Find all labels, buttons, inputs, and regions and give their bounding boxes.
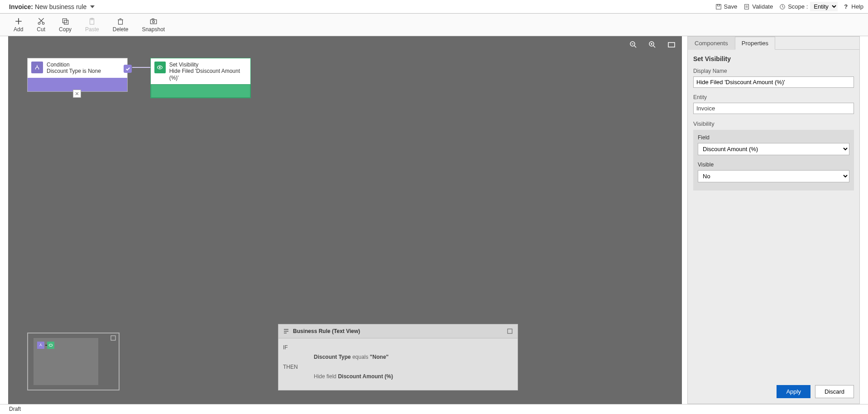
entity-input (693, 103, 854, 114)
cut-button[interactable]: Cut (37, 17, 45, 33)
svg-rect-19 (111, 336, 115, 340)
designer-canvas[interactable]: Condition Discount Type is None (8, 36, 682, 404)
svg-rect-11 (150, 19, 157, 24)
minimap-expand-icon[interactable] (110, 335, 116, 342)
set-visibility-node[interactable]: Set Visibility Hide Filed 'Dsiscount Amo… (150, 58, 251, 98)
status-text: Draft (9, 406, 21, 412)
display-name-input[interactable] (693, 76, 854, 88)
fit-screen-icon[interactable] (667, 41, 676, 49)
svg-rect-0 (716, 4, 721, 9)
visible-select[interactable]: No (698, 170, 849, 182)
eye-icon (154, 62, 166, 73)
visibility-group-label: Visibility (693, 120, 854, 127)
copy-icon (61, 17, 69, 25)
entity-label: Entity (693, 94, 854, 100)
true-connector-icon[interactable] (124, 65, 132, 73)
chevron-down-icon[interactable] (90, 5, 95, 8)
svg-rect-21 (508, 329, 512, 333)
text-view-panel: Business Rule (Text View) IF Discount Ty… (278, 324, 518, 390)
svg-point-5 (42, 22, 44, 24)
field-select[interactable]: Discount Amount (%) (698, 143, 849, 155)
display-name-label: Display Name (693, 68, 854, 74)
save-button[interactable]: Save (715, 3, 738, 10)
panel-title: Set Visibility (693, 55, 854, 62)
text-view-icon (283, 328, 289, 334)
scissors-icon (37, 17, 45, 25)
save-icon (715, 4, 722, 10)
tab-properties[interactable]: Properties (735, 37, 775, 50)
false-connector-icon[interactable] (73, 90, 81, 98)
svg-rect-10 (119, 19, 123, 24)
header-actions: Save Validate Scope : Entity Help (715, 2, 863, 11)
svg-rect-1 (717, 4, 719, 6)
status-bar: Draft (0, 404, 868, 414)
svg-point-4 (38, 22, 40, 24)
apply-button[interactable]: Apply (777, 385, 810, 398)
zoom-out-icon[interactable] (629, 41, 638, 49)
svg-point-18 (159, 67, 161, 68)
svg-rect-13 (152, 19, 154, 19)
svg-rect-6 (62, 19, 67, 23)
branch-icon (31, 62, 43, 73)
help-button[interactable]: Help (844, 3, 863, 10)
paste-icon (88, 17, 96, 25)
svg-rect-2 (745, 4, 749, 9)
validate-icon (743, 4, 750, 10)
minimap-condition-icon (37, 342, 44, 349)
field-label: Field (698, 134, 849, 141)
scope-icon (779, 4, 786, 10)
zoom-in-icon[interactable] (648, 41, 657, 49)
visibility-group: Field Discount Amount (%) Visible No (693, 130, 854, 190)
minimap-action-icon (47, 342, 54, 349)
add-button[interactable]: Add (14, 17, 23, 33)
minimap[interactable] (27, 333, 120, 390)
plus-icon (14, 17, 23, 25)
properties-panel: Components Properties Set Visibility Dis… (687, 36, 860, 404)
visible-label: Visible (698, 162, 849, 168)
snapshot-button[interactable]: Snapshot (142, 17, 165, 33)
delete-button[interactable]: Delete (113, 17, 129, 33)
svg-rect-7 (64, 20, 68, 24)
page-header: Invoice: New business rule Save Validate… (0, 0, 868, 14)
zoom-controls (629, 41, 676, 49)
tab-components[interactable]: Components (688, 37, 735, 50)
svg-point-12 (153, 20, 155, 23)
copy-button[interactable]: Copy (59, 17, 72, 33)
camera-icon (149, 17, 158, 25)
validate-button[interactable]: Validate (743, 3, 773, 10)
scope-select[interactable]: Entity (810, 2, 838, 11)
toolbar: Add Cut Copy Paste Delete Snapshot (0, 14, 868, 36)
svg-point-20 (49, 344, 53, 347)
paste-button[interactable]: Paste (85, 17, 99, 33)
rule-name: New business rule (35, 3, 86, 10)
svg-rect-16 (668, 43, 675, 47)
entity-label: Invoice: (9, 3, 33, 10)
discard-button[interactable]: Discard (815, 385, 854, 398)
condition-node[interactable]: Condition Discount Type is None (27, 58, 128, 92)
title-area[interactable]: Invoice: New business rule (9, 3, 95, 10)
trash-icon (116, 17, 125, 25)
scope-control[interactable]: Scope : Entity (779, 2, 838, 11)
popout-icon[interactable] (507, 328, 513, 334)
connector-line (132, 67, 150, 68)
